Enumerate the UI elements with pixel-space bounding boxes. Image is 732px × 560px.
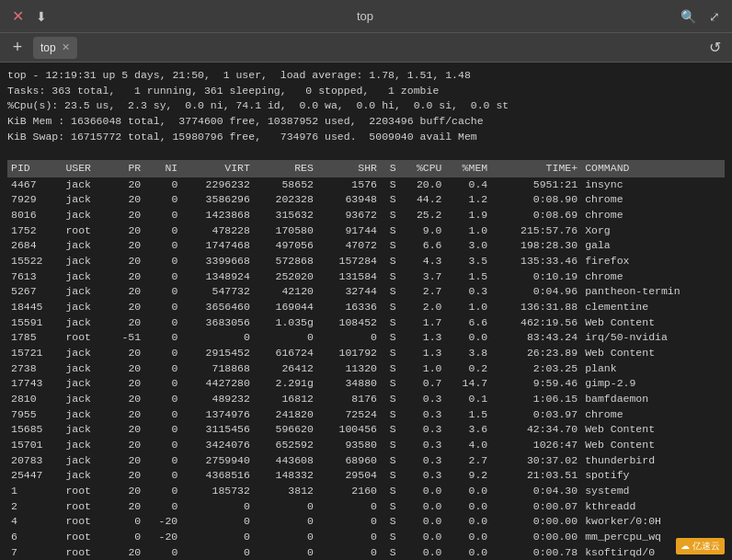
maximize-button[interactable]: ⤢ (706, 8, 723, 25)
table-cell: 72524 (317, 407, 381, 423)
table-cell: root (62, 530, 108, 545)
table-cell: 11320 (317, 361, 381, 377)
table-cell: S (381, 453, 400, 469)
new-tab-button[interactable]: + (7, 38, 28, 58)
table-cell: 0 (144, 284, 181, 300)
table-cell: 7613 (7, 269, 62, 285)
table-cell: 1747468 (181, 238, 254, 254)
table-cell: 7955 (7, 407, 62, 423)
search-button[interactable]: 🔍 (681, 8, 697, 25)
table-cell: 0 (254, 514, 317, 530)
table-cell: 5951:21 (491, 177, 581, 193)
table-cell: jack (62, 300, 108, 315)
table-cell: 1.0 (445, 300, 491, 315)
table-cell: jack (62, 453, 108, 469)
table-cell: 18445 (7, 300, 62, 315)
table-cell: 3.0 (445, 238, 491, 254)
table-cell: 0.3 (400, 453, 446, 469)
window-title: top (357, 9, 373, 23)
table-cell: 6.6 (445, 315, 491, 331)
table-cell: jack (62, 208, 108, 223)
col-ni: NI (144, 160, 181, 177)
table-cell: 0:08.69 (491, 208, 581, 223)
table-cell: 0 (254, 530, 317, 545)
table-cell: S (381, 422, 400, 438)
table-cell: 20.0 (400, 177, 446, 193)
table-cell: 42120 (254, 284, 317, 300)
table-header: PID USER PR NI VIRT RES SHR S %CPU %MEM … (7, 160, 725, 177)
table-cell: 1.3 (400, 330, 446, 346)
table-cell: insync (581, 177, 725, 193)
table-row: 8016jack200142386831563293672S25.21.90:0… (7, 208, 725, 223)
table-cell: Web Content (581, 422, 725, 438)
table-cell: jack (62, 468, 108, 484)
table-cell: 91744 (317, 223, 381, 239)
table-cell: 1:06.15 (491, 392, 581, 407)
download-button[interactable]: ⬇ (33, 8, 50, 25)
table-cell: 2296232 (181, 177, 254, 193)
table-cell: 15522 (7, 254, 62, 269)
col-shr: SHR (317, 160, 381, 177)
table-cell: 20 (108, 223, 144, 239)
table-cell: 252020 (254, 269, 317, 285)
table-cell: 17743 (7, 376, 62, 392)
close-button[interactable]: ✕ (9, 8, 26, 25)
table-cell: 42:34.70 (491, 422, 581, 438)
table-cell: S (381, 407, 400, 423)
table-cell: 0 (317, 499, 381, 515)
table-cell: 20 (108, 422, 144, 438)
table-cell: 3.5 (445, 254, 491, 269)
table-cell: 20 (108, 407, 144, 423)
table-cell: 0 (181, 530, 254, 545)
table-cell: pantheon-termin (581, 284, 725, 300)
table-cell: 0.1 (445, 392, 491, 407)
table-cell: 0.0 (400, 499, 446, 515)
table-row: 1root20018573238122160S0.00.00:04.30syst… (7, 484, 725, 499)
top-line3: %Cpu(s): 23.5 us, 2.3 sy, 0.0 ni, 74.1 i… (7, 98, 725, 114)
table-cell: 47072 (317, 238, 381, 254)
col-command: COMMAND (581, 160, 725, 177)
table-cell: 215:57.76 (491, 223, 581, 239)
table-cell: 20 (108, 453, 144, 469)
table-cell: 9.0 (400, 223, 446, 239)
table-cell: 0:00.00 (491, 530, 581, 545)
table-cell: 1 (7, 484, 62, 499)
table-cell: 20 (108, 254, 144, 269)
table-cell: Web Content (581, 315, 725, 331)
table-cell: irq/50-nvidia (581, 330, 725, 346)
table-cell: 2810 (7, 392, 62, 407)
table-cell: jack (62, 438, 108, 453)
table-cell: 596620 (254, 422, 317, 438)
table-cell: 1026:47 (491, 438, 581, 453)
table-cell: S (381, 468, 400, 484)
tab-top[interactable]: top ✕ (33, 37, 77, 59)
table-cell: 0 (144, 422, 181, 438)
table-cell: 0.0 (400, 484, 446, 499)
table-cell: 0 (144, 407, 181, 423)
table-cell: 0:04.96 (491, 284, 581, 300)
table-cell: 3115456 (181, 422, 254, 438)
refresh-button[interactable]: ↺ (704, 38, 725, 58)
table-cell: 20 (108, 438, 144, 453)
table-row: 15721jack2002915452616724101792S1.33.826… (7, 346, 725, 361)
table-cell: 15591 (7, 315, 62, 331)
table-cell: 0 (144, 484, 181, 499)
table-cell: 0 (144, 499, 181, 515)
table-cell: 108452 (317, 315, 381, 331)
table-cell: 0 (317, 330, 381, 346)
table-cell: plank (581, 361, 725, 377)
table-cell: S (381, 392, 400, 407)
table-cell: 3812 (254, 484, 317, 499)
table-cell: S (381, 284, 400, 300)
table-cell: 4.0 (445, 438, 491, 453)
table-cell: 1.035g (254, 315, 317, 331)
table-cell: 185732 (181, 484, 254, 499)
col-mem: %MEM (445, 160, 491, 177)
table-cell: 8016 (7, 208, 62, 223)
table-cell: 7929 (7, 192, 62, 208)
tab-close-button[interactable]: ✕ (62, 41, 70, 53)
table-cell: 169044 (254, 300, 317, 315)
table-cell: 0 (144, 223, 181, 239)
table-row: 1785root-510000S1.30.083:43.24irq/50-nvi… (7, 330, 725, 346)
table-cell: 20783 (7, 453, 62, 469)
